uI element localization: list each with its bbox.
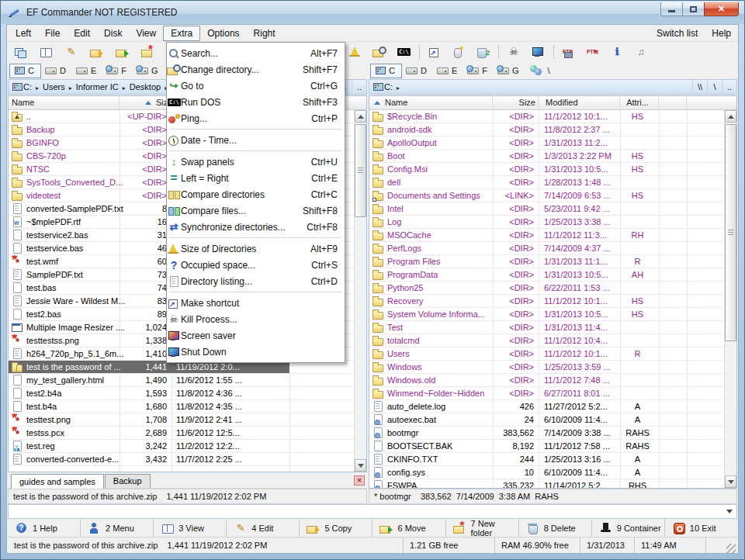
right-path-bar[interactable]: C:\\\.. bbox=[369, 79, 737, 95]
file-row[interactable]: test.b4a1,68011/8/2012 4:35 ... bbox=[9, 400, 354, 413]
menu-item-make-shortcut[interactable]: Make shortcut bbox=[167, 295, 345, 311]
menu-item-occupied-space[interactable]: Occupied space...Ctrl+S bbox=[167, 257, 345, 273]
menubar-item-right[interactable]: Right bbox=[247, 26, 282, 41]
fkey-3-view[interactable]: 3 View bbox=[154, 519, 227, 537]
column-header-name[interactable]: Name bbox=[12, 96, 34, 109]
edit-button[interactable] bbox=[61, 43, 81, 60]
close-button[interactable]: ✕ bbox=[704, 2, 739, 16]
folder-row[interactable]: Test<DIR>1/31/2013 11:4... bbox=[369, 321, 724, 334]
menu-item-compare-directories[interactable]: Compare directoriesCtrl+C bbox=[167, 186, 345, 202]
command-history-dropdown[interactable] bbox=[722, 506, 736, 517]
folder-row[interactable]: Recovery<DIR>11/1/2012 10:1...HS bbox=[369, 295, 724, 308]
left-vertical-scrollbar[interactable] bbox=[354, 110, 366, 472]
file-row[interactable]: converted-converted-e...3,43211/7/2012 2… bbox=[9, 453, 354, 466]
file-row[interactable]: my_test_gallery.html1,49011/6/2012 1:55 … bbox=[9, 374, 354, 387]
right-drive-tab-d[interactable]: D bbox=[402, 64, 433, 78]
folder-row[interactable]: ProgramData<DIR>1/31/2013 10:5...AH bbox=[369, 268, 724, 282]
scroll-down-button[interactable] bbox=[725, 475, 736, 488]
fkey-4-edit[interactable]: 4 Edit bbox=[227, 519, 300, 537]
menu-item-left-right[interactable]: Left = RightCtrl+E bbox=[167, 170, 345, 186]
fkey-6-move[interactable]: 6 Move bbox=[372, 519, 445, 537]
move-folder-button[interactable] bbox=[113, 43, 133, 60]
ftp-disconnect-button[interactable] bbox=[583, 43, 603, 60]
menu-item-search[interactable]: Search...Alt+F7 bbox=[167, 45, 345, 61]
folder-row[interactable]: android-sdk<DIR>11/8/2012 2:37 ... bbox=[369, 123, 724, 137]
fkey-9-container[interactable]: 9 Container bbox=[592, 519, 665, 537]
shortcut-button[interactable] bbox=[424, 43, 445, 60]
scroll-up-button[interactable] bbox=[355, 110, 366, 123]
shut-down-button[interactable] bbox=[528, 43, 548, 60]
sound-button[interactable] bbox=[631, 43, 651, 60]
menubar-item-switch-list[interactable]: Switch list bbox=[650, 26, 705, 41]
folder-row[interactable]: totalcmd<DIR>11/1/2012 10:4... bbox=[369, 334, 724, 347]
folder-row[interactable]: Log<DIR>1/25/2013 3:38 ... bbox=[369, 216, 724, 229]
menu-item-screen-saver[interactable]: Screen saver bbox=[167, 327, 345, 344]
cone-button[interactable] bbox=[345, 43, 366, 60]
file-row[interactable]: test2.b4a1,59311/8/2012 4:36 ... bbox=[9, 387, 354, 400]
menu-item-date-time[interactable]: Date - Time... bbox=[167, 132, 345, 148]
folder-row[interactable]: MSOCache<DIR>11/1/2012 11:3...RH bbox=[369, 229, 724, 242]
file-row[interactable]: config.sys106/10/2009 11:4...A bbox=[369, 466, 724, 479]
left-drive-tab-c[interactable]: C bbox=[9, 64, 41, 78]
scrollbar-thumb[interactable] bbox=[355, 124, 366, 217]
run-dos-button[interactable] bbox=[393, 43, 414, 60]
copy-folder-button[interactable] bbox=[87, 43, 107, 60]
folder-row[interactable]: Documents and Settings<LINK>7/14/2009 6:… bbox=[369, 189, 724, 202]
minimize-button[interactable] bbox=[660, 2, 683, 16]
folder-row[interactable]: Config.Msi<DIR>1/31/2013 10:5...HS bbox=[369, 163, 724, 176]
right-path-button-root[interactable]: \ bbox=[707, 80, 722, 94]
right-path-button-updir[interactable]: .. bbox=[722, 80, 736, 94]
right-vertical-scrollbar[interactable] bbox=[724, 110, 736, 488]
menu-item-swap-panels[interactable]: Swap panelsCtrl+U bbox=[167, 154, 345, 170]
menubar-item-left[interactable]: Left bbox=[9, 26, 38, 41]
left-path-button-updir[interactable]: .. bbox=[352, 80, 366, 94]
menubar-item-edit[interactable]: Edit bbox=[67, 26, 97, 41]
right-network-button[interactable]: \ bbox=[525, 64, 556, 78]
right-path-button-root[interactable]: \\ bbox=[692, 80, 707, 94]
fkey-1-help[interactable]: 1 Help bbox=[8, 519, 81, 537]
menubar-item-disk[interactable]: Disk bbox=[97, 26, 129, 41]
file-row[interactable]: testtest.png1,70811/9/2012 2:41 ... bbox=[9, 413, 354, 427]
file-row[interactable]: testss.pcx2,68911/6/2012 12:5... bbox=[9, 427, 354, 440]
menu-item-change-directory[interactable]: Change directory...Shift+F7 bbox=[167, 61, 345, 78]
scroll-up-button[interactable] bbox=[725, 110, 736, 123]
file-row[interactable]: auto_delete.log42611/27/2012 5:2...A bbox=[369, 400, 724, 413]
column-header-modified[interactable]: Modified bbox=[546, 96, 578, 109]
fkey-5-copy[interactable]: 5 Copy bbox=[300, 519, 372, 537]
fkey-7-new-folder[interactable]: 7 New folder bbox=[446, 519, 519, 537]
left-drive-tab-f[interactable]: F bbox=[102, 64, 133, 78]
menubar-item-view[interactable]: View bbox=[129, 26, 163, 41]
left-drive-tab-e[interactable]: E bbox=[72, 64, 102, 78]
right-drive-tab-g[interactable]: G bbox=[494, 64, 525, 78]
folder-row[interactable]: Python25<DIR>6/22/2011 1:53 ... bbox=[369, 282, 724, 295]
left-path-segment[interactable]: Informer IC bbox=[75, 82, 129, 92]
left-drive-tab-g[interactable]: G bbox=[133, 64, 165, 78]
menubar-item-file[interactable]: File bbox=[38, 26, 67, 41]
menubar-item-options[interactable]: Options bbox=[200, 26, 246, 41]
right-drive-tab-c[interactable]: C bbox=[370, 64, 402, 78]
menu-item-ping[interactable]: Ping...Ctrl+P bbox=[167, 110, 345, 126]
fkey-2-menu[interactable]: 2 Menu bbox=[81, 519, 154, 537]
kill-process-button[interactable] bbox=[504, 43, 524, 60]
menu-item-shut-down[interactable]: Shut Down bbox=[167, 344, 345, 360]
title-bar[interactable]: EF Commander NOT REGISTERED ✕ bbox=[1, 1, 744, 24]
menu-item-run-dos[interactable]: Run DOSShift+F3 bbox=[167, 94, 345, 110]
folder-row[interactable]: PerfLogs<DIR>7/14/2009 4:37 ... bbox=[369, 242, 724, 255]
folder-row[interactable]: dell<DIR>1/28/2013 1:48 ... bbox=[369, 176, 724, 189]
folder-row[interactable]: Intel<DIR>5/23/2011 9:42 ... bbox=[369, 202, 724, 216]
folder-row[interactable]: Boot<DIR>1/3/2013 2:22 PMHS bbox=[369, 150, 724, 163]
recycle-button[interactable] bbox=[473, 43, 493, 60]
folder-row[interactable]: ApolloOutput<DIR>1/31/2013 11:2... bbox=[369, 137, 724, 150]
file-row[interactable]: autoexec.bat246/10/2009 11:4...A bbox=[369, 413, 724, 427]
resize-grip[interactable] bbox=[726, 544, 736, 553]
folder-tab-guides-and-samples[interactable]: guides and samples bbox=[11, 474, 104, 489]
scroll-down-button[interactable] bbox=[355, 459, 366, 472]
file-row[interactable]: test.reg3,24211/2/2012 12:2... bbox=[9, 440, 354, 453]
folder-row[interactable]: Windows.old<DIR>11/1/2012 7:48 ... bbox=[369, 374, 724, 387]
folder-row[interactable]: Users<DIR>11/1/2012 10:1...R bbox=[369, 347, 724, 361]
close-tab-button[interactable] bbox=[354, 475, 365, 486]
file-row[interactable]: BOOTSECT.BAK8,19211/1/2012 7:58 ...RAHS bbox=[369, 440, 724, 453]
folder-search-button[interactable] bbox=[369, 43, 390, 60]
folder-row[interactable]: Windows<DIR>1/25/2013 3:59 ... bbox=[369, 361, 724, 374]
folder-row[interactable]: System Volume Informa...<DIR>1/31/2013 1… bbox=[369, 308, 724, 321]
